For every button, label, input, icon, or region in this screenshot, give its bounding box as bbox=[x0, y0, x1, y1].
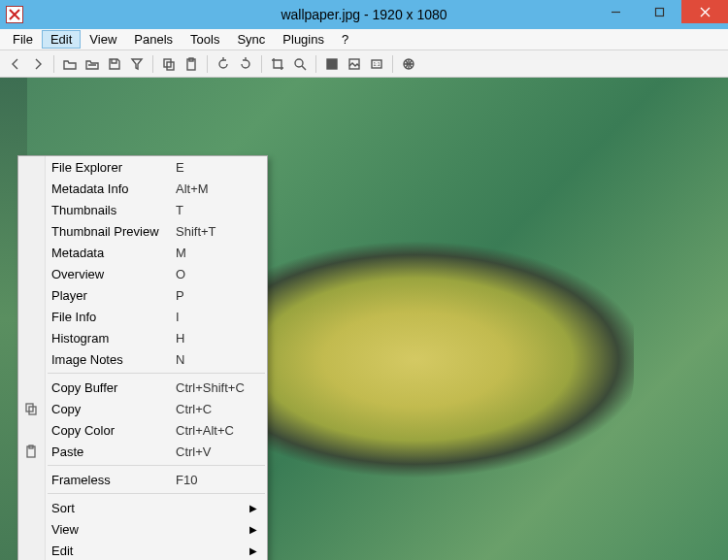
rotate-ccw-icon[interactable] bbox=[214, 54, 233, 74]
dd-shortcut: M bbox=[176, 246, 186, 260]
dd-shortcut: T bbox=[176, 203, 183, 217]
maximize-button[interactable] bbox=[638, 0, 681, 23]
dd-file-explorer[interactable]: File ExplorerE bbox=[18, 156, 267, 178]
minimize-button[interactable] bbox=[594, 0, 638, 23]
dd-metadata-info[interactable]: Metadata InfoAlt+M bbox=[18, 178, 267, 199]
dd-copy-buffer[interactable]: Copy BufferCtrl+Shift+C bbox=[18, 377, 267, 398]
one-to-one-icon[interactable]: 1:1 bbox=[367, 54, 386, 74]
dd-label: Metadata Info bbox=[51, 181, 176, 196]
dd-shortcut: Ctrl+Shift+C bbox=[176, 380, 245, 395]
copy-icon bbox=[23, 401, 39, 416]
dd-label: File Explorer bbox=[51, 160, 176, 175]
dd-label: Frameless bbox=[51, 473, 176, 487]
toolbar-separator bbox=[315, 55, 316, 73]
dd-player[interactable]: PlayerP bbox=[18, 284, 267, 306]
menubar: File Edit View Panels Tools Sync Plugins… bbox=[0, 29, 728, 50]
dd-label: Image Notes bbox=[51, 352, 176, 367]
globe-icon[interactable] bbox=[399, 54, 418, 74]
dd-thumbnails[interactable]: ThumbnailsT bbox=[18, 199, 267, 220]
dd-shortcut: P bbox=[176, 288, 184, 303]
copy-icon[interactable] bbox=[159, 54, 179, 74]
dd-copy-color[interactable]: Copy ColorCtrl+Alt+C bbox=[18, 419, 267, 441]
titlebar[interactable]: wallpaper.jpg - 1920 x 1080 bbox=[0, 0, 728, 29]
toolbar-separator bbox=[152, 55, 153, 73]
dd-sort[interactable]: Sort▶ bbox=[18, 497, 267, 518]
submenu-arrow-icon: ▶ bbox=[249, 524, 257, 535]
dd-histogram[interactable]: HistogramH bbox=[18, 327, 267, 348]
dropdown-separator bbox=[48, 493, 265, 494]
menu-panels[interactable]: Panels bbox=[125, 30, 182, 49]
dd-shortcut: Alt+M bbox=[176, 181, 209, 196]
menu-edit[interactable]: Edit bbox=[42, 30, 81, 49]
menu-help[interactable]: ? bbox=[333, 30, 357, 49]
crop-icon[interactable] bbox=[268, 54, 287, 74]
dd-shortcut: Shift+T bbox=[176, 224, 216, 239]
dd-label: Paste bbox=[51, 445, 176, 459]
open-folder-icon[interactable] bbox=[60, 54, 80, 74]
dd-label: Player bbox=[51, 288, 176, 303]
dd-image-notes[interactable]: Image NotesN bbox=[18, 348, 267, 370]
app-icon bbox=[6, 6, 23, 23]
dd-shortcut: F10 bbox=[176, 473, 197, 487]
dd-label: Copy Buffer bbox=[51, 380, 176, 395]
dd-file-info[interactable]: File InfoI bbox=[18, 306, 267, 327]
zoom-fit-icon[interactable] bbox=[290, 54, 310, 74]
dd-label: Copy bbox=[51, 402, 176, 416]
dd-label: View bbox=[51, 522, 176, 537]
dd-frameless[interactable]: FramelessF10 bbox=[18, 469, 267, 490]
fullscreen-icon[interactable] bbox=[322, 54, 342, 74]
menu-tools[interactable]: Tools bbox=[182, 30, 228, 49]
dd-label: Histogram bbox=[51, 331, 176, 346]
toolbar-separator bbox=[261, 55, 262, 73]
dd-shortcut: N bbox=[176, 352, 184, 367]
dd-shortcut: Ctrl+Alt+C bbox=[176, 423, 234, 438]
dd-shortcut: O bbox=[176, 267, 185, 281]
svg-text:1:1: 1:1 bbox=[374, 61, 381, 67]
dd-label: Copy Color bbox=[51, 423, 176, 438]
toolbar-separator bbox=[207, 55, 208, 73]
submenu-arrow-icon: ▶ bbox=[249, 503, 257, 513]
save-filter-icon[interactable] bbox=[127, 54, 147, 74]
dd-label: File Info bbox=[51, 310, 176, 324]
rotate-cw-icon[interactable] bbox=[236, 54, 255, 74]
toolbar: 1:1 bbox=[0, 50, 728, 78]
paste-icon bbox=[23, 444, 39, 459]
svg-rect-7 bbox=[327, 59, 337, 69]
close-button[interactable] bbox=[681, 0, 728, 23]
dd-paste[interactable]: PasteCtrl+V bbox=[18, 441, 267, 462]
toolbar-separator bbox=[53, 55, 54, 73]
menu-view[interactable]: View bbox=[81, 30, 125, 49]
menu-sync[interactable]: Sync bbox=[228, 30, 274, 49]
image-panel-icon[interactable] bbox=[345, 54, 364, 74]
window-controls bbox=[594, 0, 728, 29]
app-window: wallpaper.jpg - 1920 x 1080 File Edit Vi… bbox=[0, 0, 728, 560]
dd-view[interactable]: View▶ bbox=[18, 518, 267, 540]
dd-label: Thumbnails bbox=[51, 203, 176, 217]
dd-shortcut: E bbox=[176, 160, 184, 175]
dd-shortcut: I bbox=[176, 310, 180, 324]
dd-shortcut: Ctrl+V bbox=[176, 445, 211, 459]
dd-copy[interactable]: CopyCtrl+C bbox=[18, 398, 267, 419]
paste-icon[interactable] bbox=[182, 54, 201, 74]
menu-file[interactable]: File bbox=[4, 30, 42, 49]
dd-overview[interactable]: OverviewO bbox=[18, 263, 267, 284]
dd-label: Edit bbox=[51, 544, 176, 558]
open-folder-alt-icon[interactable] bbox=[83, 54, 102, 74]
toolbar-separator bbox=[392, 55, 393, 73]
svg-point-6 bbox=[295, 59, 303, 67]
dd-label: Thumbnail Preview bbox=[51, 224, 176, 239]
dd-metadata[interactable]: MetadataM bbox=[18, 242, 267, 263]
dd-thumbnail-preview[interactable]: Thumbnail PreviewShift+T bbox=[18, 220, 267, 242]
dd-label: Overview bbox=[51, 267, 176, 281]
dd-label: Sort bbox=[51, 501, 176, 515]
menu-plugins[interactable]: Plugins bbox=[274, 30, 333, 49]
submenu-arrow-icon: ▶ bbox=[249, 545, 257, 556]
dd-label: Metadata bbox=[51, 246, 176, 260]
svg-rect-1 bbox=[656, 8, 664, 16]
dd-shortcut: H bbox=[176, 331, 184, 346]
forward-arrow-icon[interactable] bbox=[28, 54, 48, 74]
edit-dropdown-menu: File ExplorerE Metadata InfoAlt+M Thumbn… bbox=[17, 155, 268, 560]
save-icon[interactable] bbox=[105, 54, 124, 74]
back-arrow-icon[interactable] bbox=[6, 54, 25, 74]
dd-edit[interactable]: Edit▶ bbox=[18, 540, 267, 560]
